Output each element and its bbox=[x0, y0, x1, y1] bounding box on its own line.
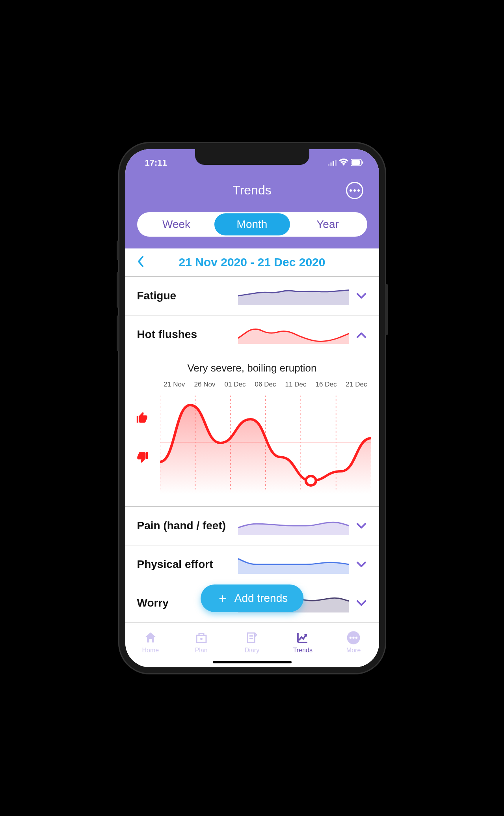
trend-label: Fatigue bbox=[137, 289, 232, 302]
trend-label: Pain (hand / feet) bbox=[137, 519, 232, 532]
svg-rect-5 bbox=[351, 160, 360, 165]
chevron-down-icon bbox=[355, 519, 367, 532]
prev-period-button[interactable] bbox=[137, 254, 144, 271]
chart-date-tick: 21 Dec bbox=[346, 381, 367, 388]
plan-icon bbox=[194, 630, 208, 645]
chart-svg bbox=[160, 392, 371, 494]
chevron-up-icon bbox=[355, 328, 367, 341]
chart-date-tick: 26 Nov bbox=[194, 381, 216, 388]
expanded-chart: Very severe, boiling eruption 21 Nov 26 … bbox=[125, 354, 379, 507]
status-time: 17:11 bbox=[145, 158, 167, 168]
chart-date-tick: 16 Dec bbox=[316, 381, 337, 388]
trend-label: Hot flushes bbox=[137, 328, 232, 341]
tab-home[interactable]: Home bbox=[125, 624, 176, 660]
svg-rect-3 bbox=[335, 160, 337, 166]
tab-plan[interactable]: Plan bbox=[176, 624, 227, 660]
svg-rect-6 bbox=[362, 161, 363, 164]
fab-label: Add trends bbox=[234, 592, 288, 605]
chart-date-tick: 01 Dec bbox=[225, 381, 246, 388]
svg-point-15 bbox=[305, 476, 316, 485]
svg-point-18 bbox=[352, 637, 354, 639]
more-options-button[interactable] bbox=[346, 182, 363, 199]
chevron-down-icon bbox=[355, 289, 367, 302]
svg-rect-2 bbox=[333, 161, 334, 166]
trends-icon bbox=[296, 630, 310, 645]
header: Trends Week Month Year bbox=[125, 173, 379, 248]
thumbs-down-icon bbox=[136, 450, 156, 467]
svg-rect-1 bbox=[330, 162, 332, 166]
chevron-down-icon bbox=[355, 597, 367, 609]
home-icon bbox=[143, 630, 158, 645]
tab-diary[interactable]: Diary bbox=[227, 624, 277, 660]
add-trends-button[interactable]: ＋ Add trends bbox=[201, 584, 303, 612]
segment-year[interactable]: Year bbox=[290, 213, 366, 235]
tab-label: More bbox=[346, 647, 361, 654]
svg-rect-0 bbox=[328, 164, 329, 166]
battery-icon bbox=[351, 158, 363, 168]
sparkline-hot-flushes bbox=[238, 325, 349, 344]
cellular-icon bbox=[328, 158, 337, 168]
trends-list: Fatigue Hot flushes bbox=[125, 277, 379, 624]
chart-title: Very severe, boiling eruption bbox=[133, 362, 371, 374]
segment-month[interactable]: Month bbox=[214, 213, 290, 235]
diary-icon bbox=[245, 630, 259, 645]
trend-row-pain[interactable]: Pain (hand / feet) bbox=[125, 507, 379, 545]
segment-week[interactable]: Week bbox=[139, 213, 214, 235]
trend-row-physical-effort[interactable]: Physical effort bbox=[125, 545, 379, 584]
svg-point-17 bbox=[350, 637, 351, 639]
chevron-down-icon bbox=[355, 558, 367, 571]
plus-icon: ＋ bbox=[216, 590, 229, 607]
thumbs-up-icon bbox=[136, 411, 156, 427]
tab-more[interactable]: More bbox=[328, 624, 379, 660]
date-range-nav: 21 Nov 2020 - 21 Dec 2020 bbox=[125, 248, 379, 277]
trend-row-fatigue[interactable]: Fatigue bbox=[125, 277, 379, 316]
chart-date-tick: 06 Dec bbox=[255, 381, 276, 388]
home-indicator[interactable] bbox=[213, 661, 292, 663]
more-icon bbox=[346, 630, 361, 645]
tab-label: Trends bbox=[293, 647, 312, 654]
page-title: Trends bbox=[232, 183, 271, 198]
date-range-label: 21 Nov 2020 - 21 Dec 2020 bbox=[144, 256, 360, 269]
tab-label: Diary bbox=[245, 647, 259, 654]
chart-date-labels: 21 Nov 26 Nov 01 Dec 06 Dec 11 Dec 16 De… bbox=[133, 381, 371, 388]
sparkline-physical-effort bbox=[238, 555, 349, 574]
tab-label: Home bbox=[142, 647, 159, 654]
notch bbox=[195, 149, 309, 165]
tab-label: Plan bbox=[195, 647, 208, 654]
chart-date-tick: 21 Nov bbox=[164, 381, 185, 388]
wifi-icon bbox=[339, 158, 348, 168]
sparkline-pain bbox=[238, 516, 349, 535]
period-segmented-control: Week Month Year bbox=[137, 212, 367, 237]
trend-row-hot-flushes[interactable]: Hot flushes bbox=[125, 316, 379, 354]
chart-date-tick: 11 Dec bbox=[285, 381, 307, 388]
sparkline-fatigue bbox=[238, 286, 349, 305]
svg-point-19 bbox=[355, 637, 357, 639]
tab-trends[interactable]: Trends bbox=[277, 624, 328, 660]
trend-label: Physical effort bbox=[137, 558, 232, 571]
